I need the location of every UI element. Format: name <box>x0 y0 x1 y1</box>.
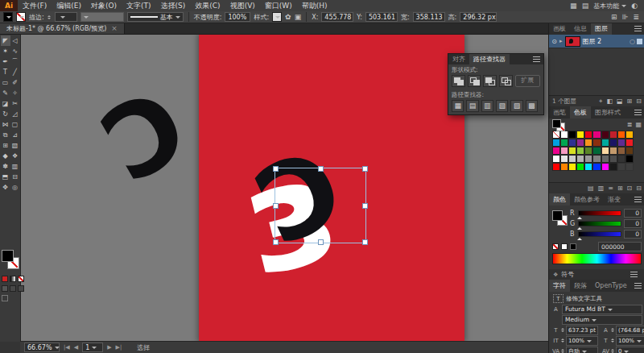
symbols-header[interactable]: ❖ 符号 <box>549 269 644 280</box>
width-tool[interactable]: ⋈ <box>1 119 10 130</box>
unite-button[interactable] <box>452 75 465 87</box>
swatch[interactable] <box>609 147 617 155</box>
horizontal-scale-stepper[interactable] <box>611 337 615 344</box>
handle-top-mid[interactable] <box>318 166 324 172</box>
tab-swatches[interactable]: 色板 <box>570 106 591 118</box>
r-value-field[interactable]: 0 <box>624 209 642 218</box>
eye-icon[interactable]: ⊙ <box>549 38 559 45</box>
shaper-tool[interactable]: ✧ <box>10 88 20 98</box>
handle-top-right[interactable] <box>362 166 368 172</box>
isolate-icon[interactable]: ▣ <box>295 13 302 21</box>
leading-field[interactable]: (764.68 pt <box>616 326 644 335</box>
swatch[interactable] <box>552 155 560 163</box>
lasso-tool[interactable]: ∿ <box>10 46 20 56</box>
minus-front-button[interactable] <box>468 75 481 87</box>
expand-button[interactable]: 扩展 <box>515 75 540 87</box>
w-field[interactable]: 358.113 <box>413 12 445 22</box>
panel-menu-icon[interactable] <box>533 56 540 62</box>
pen-tool[interactable]: ✒ <box>1 56 10 67</box>
handle-mid-left[interactable] <box>273 203 279 209</box>
stroke-weight-stepper[interactable] <box>47 14 52 21</box>
fill-stroke-proxy-small[interactable] <box>552 119 565 130</box>
swatch[interactable] <box>592 163 601 171</box>
draw-inside-icon[interactable] <box>18 285 24 292</box>
touch-type-tool-row[interactable]: T 修饰文字工具 <box>551 293 642 304</box>
direct-selection-tool[interactable]: ◁ <box>10 35 20 46</box>
r-slider[interactable] <box>578 210 621 216</box>
arrange-documents-icon[interactable]: ▤ <box>582 2 589 10</box>
tab-character[interactable]: 字符 <box>549 280 570 292</box>
swatch[interactable] <box>584 155 592 163</box>
expand-arrow-icon[interactable]: ▸ <box>559 38 563 44</box>
swatch[interactable] <box>592 147 601 155</box>
style-swatch[interactable] <box>272 12 282 22</box>
swatch[interactable] <box>625 139 634 147</box>
list-view-icon[interactable]: ≣ <box>627 121 633 128</box>
handle-bottom-right[interactable] <box>362 239 368 245</box>
font-size-field[interactable]: 637.23 pt <box>566 326 598 335</box>
swatch[interactable] <box>625 155 634 163</box>
grid-view-icon[interactable]: ▦ <box>635 121 642 128</box>
scissors-tool[interactable]: ✂ <box>10 98 20 109</box>
blend-tool[interactable]: ❖ <box>10 151 20 161</box>
fill-proxy[interactable] <box>2 250 14 262</box>
g-value-field[interactable]: 0 <box>624 219 642 228</box>
last-artboard-icon[interactable]: ▶| <box>116 344 122 351</box>
tab-info[interactable]: 信息 <box>570 23 591 35</box>
swatch[interactable] <box>552 163 560 171</box>
swatch[interactable] <box>552 139 560 147</box>
menu-item[interactable]: 视图(V) <box>225 0 260 11</box>
workspace-dropdown[interactable]: 基本功能 <box>593 2 626 10</box>
swatch[interactable] <box>584 147 592 155</box>
first-artboard-icon[interactable]: |◀ <box>64 344 70 351</box>
pencil-tool[interactable]: ✎ <box>1 88 10 98</box>
merge-button[interactable]: ▥ <box>481 100 493 112</box>
swatch-kinds-icon[interactable]: ▥ <box>598 185 605 192</box>
free-transform-tool[interactable]: ▢ <box>10 119 20 130</box>
fill-stroke-proxy-color[interactable] <box>552 210 567 226</box>
divide-button[interactable]: ▦ <box>452 100 464 112</box>
menu-item[interactable]: 帮助(H) <box>297 0 332 11</box>
layer-name[interactable]: 图层 2 <box>583 37 630 46</box>
white-swatch-icon[interactable] <box>561 243 568 250</box>
swatch[interactable] <box>560 147 568 155</box>
swatch[interactable] <box>560 139 568 147</box>
horizontal-scale-field[interactable]: 100% <box>616 336 644 346</box>
font-size-stepper[interactable] <box>561 326 565 334</box>
slider-marker[interactable] <box>577 214 582 219</box>
tab-artboards[interactable]: 画板 <box>549 23 570 35</box>
g-slider[interactable] <box>578 221 621 226</box>
rectangle-tool[interactable]: ▭ <box>1 77 10 88</box>
new-color-group-icon[interactable]: ⊞ <box>617 185 623 192</box>
swatch[interactable] <box>552 131 560 139</box>
eyedropper-tool[interactable]: ◆ <box>1 151 10 161</box>
swatch[interactable] <box>568 131 576 139</box>
column-graph-tool[interactable]: ▥ <box>10 161 20 172</box>
font-family-select[interactable]: Futura Md BT <box>562 305 642 314</box>
eraser-tool[interactable]: ◪ <box>1 98 10 109</box>
variable-width-profile[interactable] <box>80 12 124 22</box>
gradient-mode-icon[interactable] <box>10 276 16 282</box>
line-segment-tool[interactable]: ╱ <box>10 67 20 77</box>
swatch[interactable] <box>609 139 617 147</box>
swatch[interactable] <box>560 131 568 139</box>
swatch[interactable] <box>617 147 625 155</box>
swatch[interactable] <box>584 163 592 171</box>
swatch[interactable] <box>592 131 601 139</box>
vertical-scale-field[interactable]: 100% <box>566 336 598 346</box>
swatch[interactable] <box>576 139 584 147</box>
color-spectrum-bar[interactable] <box>552 253 642 264</box>
b-value-field[interactable]: 0 <box>624 230 642 239</box>
x-field[interactable]: 455.778 <box>321 12 353 22</box>
swatch[interactable] <box>601 163 609 171</box>
exclude-button[interactable] <box>499 75 513 87</box>
transform-icon[interactable]: ⊞ <box>611 13 617 21</box>
minus-back-button[interactable]: ▩ <box>526 100 538 112</box>
tracking-stepper[interactable] <box>611 347 615 353</box>
kerning-field[interactable]: 自动 <box>566 347 598 353</box>
recolor-artwork-icon[interactable]: ✿ <box>285 13 291 21</box>
stroke-weight-field[interactable] <box>55 12 77 22</box>
rotate-tool[interactable]: ↻ <box>1 109 10 119</box>
pasteboard-glyph[interactable]: Ɔ <box>89 73 204 198</box>
swatch[interactable] <box>568 139 576 147</box>
